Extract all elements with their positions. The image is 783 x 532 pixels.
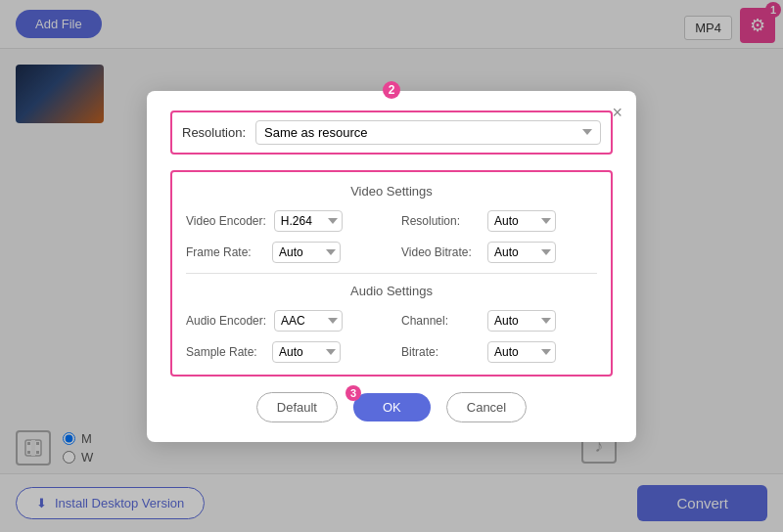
- video-settings-grid: Video Encoder: H.264 Resolution: Auto: [186, 210, 597, 263]
- dialog-overlay: 2 × Resolution: Same as resource Video S…: [0, 0, 783, 532]
- video-encoder-label: Video Encoder:: [186, 214, 266, 228]
- frame-rate-select[interactable]: Auto: [272, 242, 341, 263]
- frame-rate-label: Frame Rate:: [186, 245, 264, 259]
- resolution2-row: Resolution: Auto: [401, 210, 597, 232]
- bitrate-select[interactable]: Auto: [487, 341, 556, 363]
- audio-encoder-select[interactable]: AAC: [274, 310, 343, 332]
- sample-rate-row: Sample Rate: Auto: [186, 341, 382, 363]
- resolution2-select[interactable]: Auto: [487, 210, 556, 232]
- default-button[interactable]: Default: [256, 392, 338, 422]
- frame-rate-row: Frame Rate: Auto: [186, 242, 382, 263]
- resolution2-label: Resolution:: [401, 214, 480, 228]
- cancel-button[interactable]: Cancel: [446, 392, 527, 422]
- resolution-row: Resolution: Same as resource: [170, 111, 613, 155]
- dialog-close-button[interactable]: ×: [612, 103, 622, 123]
- video-bitrate-label: Video Bitrate:: [401, 245, 480, 259]
- channel-label: Channel:: [401, 314, 480, 328]
- resolution-select[interactable]: Same as resource: [255, 120, 601, 145]
- resolution-label: Resolution:: [182, 125, 246, 140]
- audio-encoder-label: Audio Encoder:: [186, 314, 266, 328]
- app-background: × Add File MP4 ⚙ 1 ⬇ Install Desktop Ver…: [0, 0, 783, 532]
- sample-rate-select[interactable]: Auto: [272, 341, 341, 363]
- video-encoder-select[interactable]: H.264: [274, 210, 343, 232]
- dialog-buttons: Default 3 OK Cancel: [170, 392, 613, 422]
- bitrate-row: Bitrate: Auto: [401, 341, 597, 363]
- video-settings-title: Video Settings: [186, 184, 597, 199]
- video-encoder-row: Video Encoder: H.264: [186, 210, 382, 232]
- ok-wrapper: 3 OK: [353, 393, 431, 421]
- bitrate-label: Bitrate:: [401, 345, 480, 359]
- ok-button[interactable]: OK: [353, 393, 431, 421]
- channel-row: Channel: Auto: [401, 310, 597, 332]
- channel-select[interactable]: Auto: [487, 310, 556, 332]
- ok-badge-number: 3: [345, 385, 361, 401]
- sample-rate-label: Sample Rate:: [186, 345, 264, 359]
- video-bitrate-row: Video Bitrate: Auto: [401, 242, 597, 263]
- audio-settings-title: Audio Settings: [186, 284, 597, 298]
- settings-dialog: 2 × Resolution: Same as resource Video S…: [147, 91, 636, 442]
- video-bitrate-select[interactable]: Auto: [487, 242, 556, 263]
- dialog-badge-number: 2: [383, 81, 400, 99]
- video-settings-section: Video Settings Video Encoder: H.264 Reso…: [170, 170, 613, 377]
- settings-divider: [186, 273, 597, 274]
- audio-settings-grid: Audio Encoder: AAC Channel: Auto: [186, 310, 597, 363]
- audio-encoder-row: Audio Encoder: AAC: [186, 310, 382, 332]
